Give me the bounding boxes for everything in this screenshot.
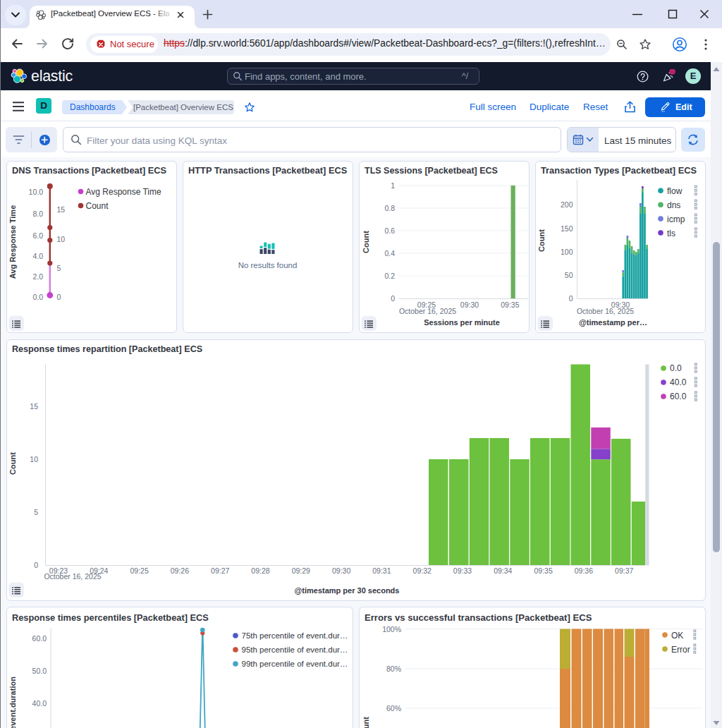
svg-text:15: 15 xyxy=(30,402,38,411)
svg-text:Error: Error xyxy=(671,645,690,655)
svg-text:09:29: 09:29 xyxy=(292,566,310,575)
svg-text:Count: Count xyxy=(362,231,370,253)
svg-text:09:33: 09:33 xyxy=(453,566,472,575)
svg-text:tls: tls xyxy=(667,229,675,238)
svg-text:09:30: 09:30 xyxy=(460,301,478,309)
svg-text:4.0: 4.0 xyxy=(32,252,43,260)
svg-text:Count: Count xyxy=(86,201,109,211)
svg-text:150: 150 xyxy=(560,224,573,233)
svg-text:@timestamp per…: @timestamp per… xyxy=(579,318,647,327)
svg-text:October 16, 2025: October 16, 2025 xyxy=(576,307,633,315)
svg-text:09:35: 09:35 xyxy=(534,566,552,575)
svg-text:No results found: No results found xyxy=(238,261,297,269)
svg-text:09:25: 09:25 xyxy=(130,566,148,575)
svg-text:0: 0 xyxy=(57,293,61,301)
svg-text:95th percentile of event.dur…: 95th percentile of event.dur… xyxy=(242,645,348,654)
svg-text:100: 100 xyxy=(560,248,573,256)
svg-text:15: 15 xyxy=(57,205,66,214)
svg-text:09:34: 09:34 xyxy=(494,566,512,575)
svg-text:50: 50 xyxy=(564,271,573,279)
svg-text:Count: Count xyxy=(8,452,17,475)
svg-text:Errors vs successful transacti: Errors vs successful transactions [Packe… xyxy=(365,612,592,623)
svg-text:50.0: 50.0 xyxy=(32,667,47,675)
svg-text:Avg Response Time: Avg Response Time xyxy=(86,187,161,197)
svg-text:09:37: 09:37 xyxy=(615,566,633,575)
svg-text:Avg Response Time: Avg Response Time xyxy=(8,205,17,279)
svg-text:99th percentile of event.dur…: 99th percentile of event.dur… xyxy=(242,660,348,668)
svg-text:75th percentile of event.dur…: 75th percentile of event.dur… xyxy=(242,631,348,640)
svg-text:@timestamp per 30 seconds: @timestamp per 30 seconds xyxy=(295,586,400,595)
svg-text:09:35: 09:35 xyxy=(501,301,519,309)
svg-text:10: 10 xyxy=(30,455,38,463)
svg-text:0: 0 xyxy=(34,561,38,569)
svg-text:6.0: 6.0 xyxy=(32,231,43,240)
svg-text:0.4: 0.4 xyxy=(384,249,395,257)
svg-text:Count: Count xyxy=(361,717,369,728)
svg-text:0.0: 0.0 xyxy=(670,363,682,373)
svg-text:10: 10 xyxy=(57,235,66,243)
svg-text:40.0: 40.0 xyxy=(670,377,687,387)
svg-text:40.0: 40.0 xyxy=(32,699,47,708)
svg-text:09:30: 09:30 xyxy=(332,566,350,575)
svg-text:0.6: 0.6 xyxy=(384,226,395,235)
svg-text:dns: dns xyxy=(667,200,680,210)
svg-text:Count: Count xyxy=(537,229,546,252)
svg-text:1: 1 xyxy=(391,181,395,190)
svg-text:October 16, 2025: October 16, 2025 xyxy=(398,307,455,315)
svg-text:60%: 60% xyxy=(386,704,400,712)
svg-text:100%: 100% xyxy=(382,625,401,633)
svg-text:0: 0 xyxy=(391,294,395,303)
svg-text:0.0: 0.0 xyxy=(32,293,43,301)
svg-text:OK: OK xyxy=(671,631,683,641)
svg-text:09:28: 09:28 xyxy=(251,566,269,575)
svg-text:0: 0 xyxy=(568,294,573,303)
svg-text:Sessions per minute: Sessions per minute xyxy=(424,318,500,327)
svg-text:60.0: 60.0 xyxy=(670,392,687,401)
svg-text:09:26: 09:26 xyxy=(171,566,189,575)
svg-text:8.0: 8.0 xyxy=(32,210,43,218)
svg-text:5: 5 xyxy=(34,508,38,516)
svg-text:Response times percentiles [Pa: Response times percentiles [Packetbeat] … xyxy=(12,612,209,623)
svg-text:200: 200 xyxy=(560,200,573,209)
svg-text:2.0: 2.0 xyxy=(32,272,43,281)
svg-text:0.2: 0.2 xyxy=(384,272,395,280)
svg-text:09:36: 09:36 xyxy=(575,566,593,575)
svg-text:5: 5 xyxy=(57,264,61,272)
svg-text:flow: flow xyxy=(667,186,683,196)
svg-text:DNS Transactions [Packetbeat]: DNS Transactions [Packetbeat] ECS xyxy=(12,165,167,176)
svg-text:HTTP Transactions [Packetbeat]: HTTP Transactions [Packetbeat] ECS xyxy=(188,165,348,176)
svg-text:event.duration: event.duration xyxy=(8,677,17,728)
svg-text:Transaction Types [Packetbeat]: Transaction Types [Packetbeat] ECS xyxy=(541,165,697,176)
svg-text:October 16, 2025: October 16, 2025 xyxy=(44,572,101,581)
svg-text:10.0: 10.0 xyxy=(29,188,44,196)
svg-text:80%: 80% xyxy=(386,665,400,673)
svg-text:0.8: 0.8 xyxy=(384,204,395,212)
svg-text:60.0: 60.0 xyxy=(32,634,47,643)
svg-text:09:32: 09:32 xyxy=(413,566,432,575)
svg-text:09:27: 09:27 xyxy=(211,566,229,575)
svg-text:icmp: icmp xyxy=(667,214,685,224)
svg-text:TLS Sessions [Packetbeat] ECS: TLS Sessions [Packetbeat] ECS xyxy=(365,166,498,176)
svg-text:09:31: 09:31 xyxy=(372,566,391,575)
svg-text:Response times repartition [Pa: Response times repartition [Packetbeat] … xyxy=(12,344,202,354)
